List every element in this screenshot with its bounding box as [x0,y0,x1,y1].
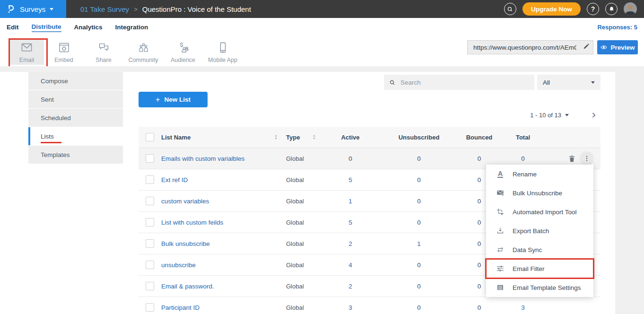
count-link[interactable]: 2 [348,240,352,247]
tab-analytics[interactable]: Analytics [74,24,103,32]
email-filter-icon [496,264,505,273]
chevron-down-icon [591,81,595,84]
menu-item-label: Email Filter [513,265,545,272]
menu-item-label: Email Template Settings [513,284,581,291]
responses-count-link[interactable]: Responses: 5 [597,24,637,31]
survey-url-input[interactable] [472,44,577,52]
data-sync-icon [496,245,505,254]
list-name-link[interactable]: List with custom feilds [161,219,223,226]
tool-label: Share [96,57,111,63]
list-type: Global [286,283,304,290]
row-checkbox[interactable] [146,218,154,227]
right-gutter [615,66,644,314]
tool-email[interactable]: Email [9,39,44,65]
col-total: Total [513,134,551,141]
next-page-button[interactable] [590,111,598,119]
col-list-name: List Name [161,134,191,141]
upgrade-now-button[interactable]: Upgrade Now [522,2,581,16]
search-input[interactable] [400,78,520,87]
delete-list-button[interactable] [567,154,576,163]
count-value: 0 [478,219,481,226]
edit-url-button[interactable] [583,43,590,52]
surveys-menu-button[interactable]: Surveys [0,0,66,18]
count-value: 0 [417,219,421,226]
row-checkbox[interactable] [146,239,154,248]
mobile-app-icon [217,41,229,55]
col-bounced: Bounced [459,134,513,141]
tool-label: Mobile App [208,57,237,63]
tool-embed[interactable]: Embed [44,39,84,65]
menu-item-email-template-settings[interactable]: Email Template Settings [486,278,593,297]
share-icon [97,41,110,55]
count-link[interactable]: 4 [348,262,352,269]
tool-mobile-app[interactable]: Mobile App [203,39,243,65]
list-name-link[interactable]: Emails with custom varialbles [161,155,244,162]
count-link[interactable]: 5 [348,219,352,226]
count-value: 0 [417,155,421,162]
sidebar-item-scheduled[interactable]: Scheduled [28,109,123,127]
menu-item-email-filter[interactable]: Email Filter [486,259,593,278]
menu-item-bulk-unsubscribe[interactable]: Bulk Unsubscribe [486,183,593,202]
row-checkbox[interactable] [146,197,154,205]
breadcrumb: 01 Take Survey > QuestionPro : Voice of … [80,5,251,13]
breadcrumb-survey-link[interactable]: 01 Take Survey [80,5,129,13]
preview-button[interactable]: Preview [597,40,638,54]
breadcrumb-separator: > [134,6,138,13]
tool-community[interactable]: Community [123,39,163,65]
count-value: 0 [417,262,421,269]
tool-share[interactable]: Share [84,39,123,65]
help-button[interactable]: ? [587,3,599,15]
list-name-link[interactable]: Bulk unsubscribe [161,240,210,247]
count-value: 0 [478,283,481,290]
list-filter-dropdown[interactable]: All [537,75,600,90]
new-list-button[interactable]: + New List [139,92,208,107]
count-link[interactable]: 3 [348,304,352,311]
notifications-button[interactable] [605,3,618,15]
tab-distribute[interactable]: Distribute [32,23,61,32]
menu-item-data-sync[interactable]: Data Sync [486,240,593,259]
count-link[interactable]: 2 [348,283,352,290]
distribute-toolbar: EmailEmbedShareCommunityAudienceMobile A… [0,37,644,66]
chevron-down-icon [565,114,569,116]
count-link[interactable]: 3 [521,304,525,311]
email-template-settings-icon [496,283,505,292]
list-name-link[interactable]: custom variables [161,198,209,205]
col-unsubscribed: Unsubscribed [379,134,459,141]
menu-item-label: Automated Import Tool [513,209,577,216]
sidebar-item-lists[interactable]: Lists [28,127,123,145]
list-name-link[interactable]: Participant ID [161,304,200,311]
list-name-link[interactable]: unsubscribe [161,262,196,269]
menu-item-rename[interactable]: ARename [486,165,593,183]
count-value: 0 [348,155,352,162]
sort-icon[interactable] [312,134,316,140]
menu-item-automated-import-tool[interactable]: Automated Import Tool [486,202,593,221]
row-menu-button[interactable] [580,151,594,166]
row-checkbox[interactable] [146,303,154,312]
user-avatar[interactable] [624,2,637,16]
select-all-checkbox[interactable] [146,133,154,141]
row-checkbox[interactable] [146,282,154,290]
list-name-link[interactable]: Ext ref ID [161,176,188,183]
row-checkbox[interactable] [146,154,154,163]
count-value: 0 [417,283,421,290]
sidebar-item-sent[interactable]: Sent [28,90,123,108]
menu-item-export-batch[interactable]: Export Batch [486,221,593,240]
chevron-down-icon [50,8,53,10]
sidebar-item-templates[interactable]: Templates [28,146,123,164]
tab-edit[interactable]: Edit [7,24,19,32]
search-button[interactable] [504,3,516,15]
count-link[interactable]: 1 [348,198,352,205]
count-link[interactable]: 1 [417,240,421,247]
count-link[interactable]: 5 [348,176,352,183]
pagination: 1 - 10 of 13 [530,110,598,120]
tool-audience[interactable]: Audience [163,39,203,65]
row-checkbox[interactable] [146,175,154,184]
sidebar-item-compose[interactable]: Compose [28,72,123,90]
row-context-menu: ARenameBulk UnsubscribeAutomated Import … [486,165,593,297]
menu-item-label: Export Batch [513,227,549,235]
sort-icon[interactable] [274,134,278,140]
page-range-dropdown[interactable]: 1 - 10 of 13 [530,112,569,119]
list-name-link[interactable]: Email & password. [161,283,214,290]
tab-integration[interactable]: Integration [115,24,148,32]
row-checkbox[interactable] [146,261,154,269]
